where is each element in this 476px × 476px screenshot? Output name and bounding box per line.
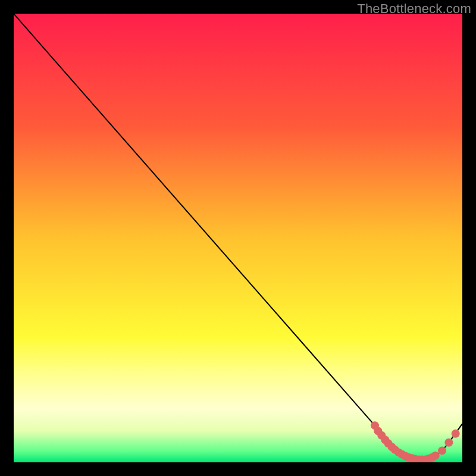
- watermark-text: TheBottleneck.com: [357, 1, 471, 17]
- sweet-spot-dots: [371, 421, 460, 462]
- plot-area: [14, 14, 462, 462]
- sweet-spot-dot: [444, 439, 453, 447]
- chart-frame: TheBottleneck.com: [0, 0, 476, 476]
- sweet-spot-dot: [431, 452, 440, 460]
- bottleneck-curve: [14, 14, 462, 459]
- sweet-spot-dot: [452, 430, 460, 438]
- sweet-spot-dot: [438, 446, 446, 455]
- chart-overlay: [14, 14, 462, 462]
